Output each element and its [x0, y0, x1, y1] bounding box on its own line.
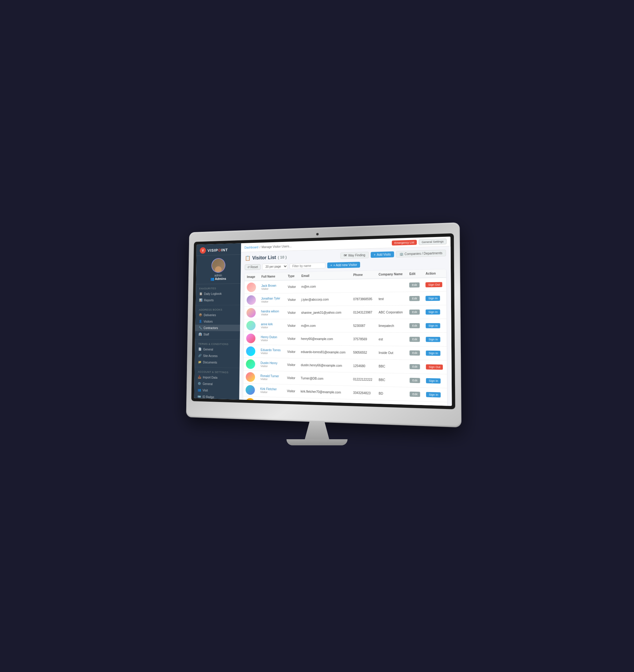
- action-button[interactable]: Sign In: [426, 378, 441, 384]
- sidebar-item-documents[interactable]: 📁 Documents: [195, 359, 239, 366]
- visitor-type: Visitor: [261, 364, 283, 368]
- cell-type: Visitor: [285, 280, 299, 293]
- type-label: Visitor: [287, 402, 295, 406]
- visitor-type: Visitor: [260, 403, 282, 406]
- visitor-name[interactable]: anne kirk: [261, 322, 283, 326]
- filter-input[interactable]: [290, 262, 325, 269]
- logo-icon: V: [200, 247, 206, 254]
- sidebar-item-import-data[interactable]: 📥 Import Data: [195, 374, 240, 381]
- logbook-icon: 📋: [199, 292, 202, 296]
- cell-edit: Edit: [407, 387, 423, 401]
- edit-button[interactable]: Edit: [410, 364, 420, 369]
- edit-button[interactable]: Edit: [410, 309, 420, 315]
- action-button[interactable]: Sign Out: [426, 364, 443, 369]
- phone-label: 5230087: [353, 324, 365, 327]
- action-button[interactable]: Sign In: [426, 337, 441, 342]
- visitor-name[interactable]: Ronald Turner: [261, 374, 283, 378]
- cell-email: henry66@example.com: [299, 332, 351, 345]
- visitor-name[interactable]: Eduardo Torres: [261, 348, 283, 352]
- sidebar-item-id-badge[interactable]: 🪪 ID Badge: [194, 393, 239, 399]
- add-icon: +: [331, 264, 332, 267]
- visitor-name[interactable]: Jonathan Tyler: [261, 296, 283, 300]
- add-visits-icon: +: [374, 253, 376, 256]
- cell-image: [244, 306, 259, 319]
- sidebar-item-staff[interactable]: 👔 Staff: [195, 331, 240, 338]
- action-button[interactable]: Sign In: [426, 392, 441, 398]
- sidebar-item-contractors[interactable]: 🔧 Contractors: [195, 325, 240, 331]
- camera-dot: [316, 233, 319, 235]
- type-label: Visitor: [288, 285, 296, 288]
- site-access-icon: 🔗: [198, 354, 201, 357]
- sidebar-section-address-books: Address Books 📦 Deliveries 👤 Visitors 🔧: [195, 305, 240, 340]
- cell-type: Visitor: [284, 398, 298, 406]
- cell-action: Sign In: [423, 387, 447, 402]
- cell-type: Visitor: [285, 358, 298, 371]
- header-actions: 🗺 Way Finding + Add Visits 🏢: [341, 249, 446, 259]
- edit-button[interactable]: Edit: [410, 391, 420, 397]
- emergency-list-button[interactable]: Emergency List: [392, 240, 417, 246]
- company-label: BBC: [379, 405, 385, 406]
- sidebar-item-reports[interactable]: 📊 Reports: [196, 296, 241, 303]
- table-row: anne kirk Visitor Visitor m@m.com 523008…: [244, 318, 446, 332]
- edit-button[interactable]: Edit: [410, 323, 420, 328]
- edit-button[interactable]: Edit: [410, 378, 420, 383]
- cell-edit: Edit: [407, 278, 423, 292]
- email-label: shanine_jarek31@yahoo.com: [301, 311, 341, 314]
- monitor-screen: V VISIPOINT admin 👥: [194, 236, 452, 406]
- sidebar-item-general[interactable]: 📄 General: [195, 346, 240, 353]
- visitor-table-container: Image Full Name Type Email Phone Company…: [243, 269, 447, 406]
- cell-phone: 59056552: [350, 345, 376, 359]
- cell-phone: 5230087: [350, 319, 376, 332]
- visitor-avatar: [246, 372, 255, 382]
- companies-button[interactable]: 🏢 Companies / Departments: [396, 249, 446, 258]
- sidebar-item-deliveries[interactable]: 📦 Deliveries: [195, 312, 240, 318]
- edit-button[interactable]: Edit: [410, 337, 420, 342]
- company-label: test: [379, 297, 384, 300]
- breadcrumb-dashboard[interactable]: Dashboard: [244, 245, 258, 249]
- main-content: Dashboard / Manage Visitor Users... Emer…: [239, 236, 452, 406]
- edit-button[interactable]: Edit: [410, 405, 420, 406]
- toolbar: ↺ Reset 20 per page + + A: [245, 259, 446, 270]
- add-visitor-button[interactable]: + + Add new Visitor: [327, 262, 360, 268]
- cell-edit: Edit: [407, 319, 423, 333]
- sidebar-item-daily-logbook[interactable]: 📋 Daily Logbook: [196, 290, 241, 297]
- sidebar-item-site-access[interactable]: 🔗 Site Access: [195, 352, 240, 359]
- cell-company: BBC: [376, 373, 407, 387]
- edit-button[interactable]: Edit: [410, 296, 420, 301]
- reset-button[interactable]: ↺ Reset: [245, 264, 261, 270]
- action-button[interactable]: Sign In: [426, 309, 440, 315]
- edit-button[interactable]: Edit: [410, 350, 420, 356]
- company-label: BBC: [379, 364, 385, 368]
- visitor-name[interactable]: Henry Duton: [261, 335, 283, 338]
- cell-edit: Edit: [407, 291, 423, 305]
- visitor-name[interactable]: Wade Davidson: [260, 400, 282, 404]
- cell-email: dustin.henry66@example.com: [298, 358, 350, 373]
- cell-phone: 12345432: [350, 399, 376, 406]
- cell-email: kirk.fletcher70@example.com: [298, 385, 350, 399]
- action-button[interactable]: Sign Out: [426, 282, 442, 287]
- cell-image: [244, 293, 259, 306]
- way-finding-button[interactable]: 🗺 Way Finding: [341, 252, 369, 259]
- phone-label: 59056552: [353, 351, 367, 354]
- phone-label: 37578569: [353, 337, 367, 341]
- per-page-select[interactable]: 20 per page: [262, 263, 288, 270]
- type-label: Visitor: [287, 376, 295, 380]
- edit-button[interactable]: Edit: [409, 282, 420, 287]
- toolbar-left: ↺ Reset 20 per page + + A: [245, 262, 360, 270]
- visitor-name[interactable]: handra wilson: [261, 309, 283, 313]
- cell-name: Jonathan Tyler Visitor: [259, 293, 285, 306]
- action-button[interactable]: Sign In: [426, 350, 441, 356]
- sidebar-item-visitors[interactable]: 👤 Visitors: [195, 318, 240, 325]
- action-button[interactable]: Sign In: [426, 296, 440, 301]
- add-visits-button[interactable]: + Add Visits: [370, 251, 394, 258]
- cell-company: test: [376, 292, 407, 306]
- general-settings-top-button[interactable]: General Settings: [419, 239, 446, 245]
- page-title: 📋 Visitor List ( 10 ): [245, 254, 287, 261]
- visitor-name[interactable]: Kirk Fletcher: [260, 387, 282, 391]
- action-button[interactable]: Sign In: [426, 323, 440, 328]
- visitor-name[interactable]: Jack Brown: [262, 284, 283, 287]
- type-label: Visitor: [288, 298, 296, 301]
- cell-type: Visitor: [285, 384, 298, 398]
- phone-label: 3343264823: [353, 391, 370, 394]
- visitor-name[interactable]: Dustin Henry: [261, 361, 283, 365]
